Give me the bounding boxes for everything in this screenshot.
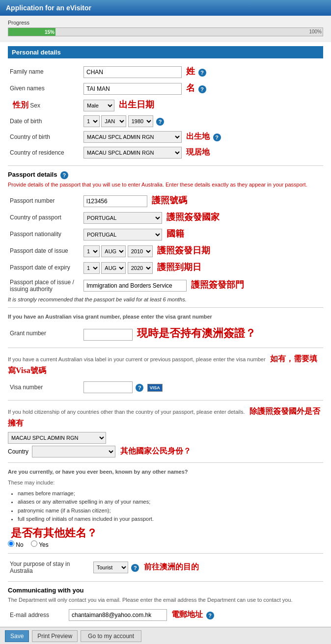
passport-number-cell: 護照號碼	[82, 192, 323, 209]
visa-number-label: Visa number	[8, 379, 82, 395]
country-birth-annotation: 出生地	[186, 132, 210, 140]
other-names-yes-label[interactable]: Yes	[31, 541, 49, 548]
personal-details-header: Personal details	[8, 46, 323, 58]
date-issue-day[interactable]: 1	[83, 245, 100, 257]
given-names-label: Given names	[8, 80, 82, 97]
passport-details-table: Passport number 護照號碼 Country of passport…	[8, 192, 323, 295]
other-names-no-radio[interactable]	[8, 540, 14, 547]
place-issue-cell: 護照簽發部門	[82, 276, 323, 295]
progress-100: 100%	[309, 29, 322, 34]
main-content: Personal details Family name 姓 ? Given n…	[0, 42, 331, 627]
citizenship-country2: Country 其他國家公民身份？	[8, 446, 323, 457]
country-residence-annotation: 現居地	[186, 148, 210, 156]
visa-number-row: Visa number ? VISA	[8, 379, 323, 395]
citizenship-country2-select[interactable]	[32, 446, 115, 457]
purpose-table: Your purpose of stay in Australia Touris…	[8, 559, 323, 576]
passport-nationality-cell: PORTUGAL 國籍	[82, 226, 323, 242]
passport-nationality-row: Passport nationality PORTUGAL 國籍	[8, 226, 323, 242]
dob-day-select[interactable]: 123	[83, 115, 100, 127]
visa-number-input[interactable]	[83, 381, 133, 393]
country-residence-row: Country of residence MACAU SPCL ADMIN RG…	[8, 145, 323, 161]
other-names-radio-group: 是否有其他姓名？ No Yes	[8, 526, 323, 548]
dob-row: Date of birth 123 JANFEBMAR 19801981 ?	[8, 113, 323, 129]
sex-select[interactable]: Male Female	[83, 100, 114, 111]
date-expiry-row: Passport date of expiry 1 AUG 2020 護照到期日	[8, 259, 323, 276]
place-issue-row: Passport place of issue / issuing author…	[8, 276, 323, 295]
purpose-row: Your purpose of stay in Australia Touris…	[8, 559, 323, 576]
passport-nationality-label: Passport nationality	[8, 226, 82, 242]
other-names-header-text: Are you currently, or have you ever been…	[8, 469, 188, 475]
place-issue-annotation: 護照簽發部門	[191, 280, 244, 290]
country-passport-cell: PORTUGAL 護照簽發國家	[82, 209, 323, 226]
title-bar: Application for an eVisitor	[0, 0, 331, 16]
given-names-help-icon[interactable]: ?	[198, 85, 206, 93]
family-name-cell: 姓 ?	[82, 63, 323, 80]
citizenship-country2-annotation: 其他國家公民身份？	[120, 447, 191, 455]
visa-help-icon[interactable]: ?	[136, 384, 143, 392]
purpose-annotation: 前往澳洲的目的	[144, 563, 199, 571]
divider-4	[8, 400, 323, 401]
passport-details-help-icon[interactable]: ?	[60, 171, 68, 179]
email-row: E-mail address 電郵地址 ?	[8, 607, 323, 623]
divider-6	[8, 553, 323, 554]
bullet1: names before marriage;	[18, 490, 323, 497]
other-names-yes-radio[interactable]	[31, 540, 37, 547]
divider-3	[8, 348, 323, 348]
date-issue-label: Passport date of issue	[8, 242, 82, 259]
country-birth-select[interactable]: MACAU SPCL ADMIN RGN	[83, 131, 182, 143]
citizenship-country1: MACAU SPCL ADMIN RGN	[8, 432, 323, 444]
country-residence-cell: MACAU SPCL ADMIN RGN 現居地	[82, 145, 323, 161]
dob-month-select[interactable]: JANFEBMAR	[101, 115, 126, 127]
print-preview-button[interactable]: Print Preview	[32, 630, 78, 642]
dob-help-icon[interactable]: ?	[156, 118, 164, 126]
given-names-cell: 名 ?	[82, 80, 323, 97]
citizenship-country1-select[interactable]: MACAU SPCL ADMIN RGN	[8, 432, 106, 444]
country-birth-cell: MACAU SPCL ADMIN RGN 出生地 ?	[82, 129, 323, 145]
divider-2	[8, 307, 323, 308]
family-name-help-icon[interactable]: ?	[198, 69, 206, 77]
other-names-list: names before marriage; aliases or any al…	[18, 490, 323, 523]
communicating-section: Communicating with you The Department wi…	[8, 587, 323, 623]
date-expiry-day[interactable]: 1	[83, 262, 100, 274]
family-name-label: Family name	[8, 63, 82, 80]
country-birth-help-icon[interactable]: ?	[213, 134, 221, 141]
email-cell: 電郵地址 ?	[67, 607, 323, 623]
place-issue-label: Passport place of issue / issuing author…	[8, 276, 82, 295]
date-issue-month[interactable]: AUG	[101, 245, 126, 257]
country-passport-select[interactable]: PORTUGAL	[83, 212, 162, 224]
date-expiry-label: Passport date of expiry	[8, 259, 82, 276]
country-residence-select[interactable]: MACAU SPCL ADMIN RGN	[83, 147, 182, 159]
email-help-icon[interactable]: ?	[206, 612, 214, 619]
save-button[interactable]: Save	[5, 630, 29, 642]
divider-1	[8, 165, 323, 166]
sex-row: 性別 Sex Male Female 出生日期	[8, 97, 323, 113]
grant-annotation: 現時是否持有澳洲簽證？	[137, 327, 256, 339]
family-name-input[interactable]	[83, 66, 182, 78]
date-issue-annotation: 護照簽發日期	[157, 245, 210, 255]
grant-number-input[interactable]	[83, 329, 133, 341]
visa-table: Visa number ? VISA	[8, 379, 323, 395]
date-issue-row: Passport date of issue 1 AUG 2010 護照簽發日期	[8, 242, 323, 259]
dob-label: Date of birth	[8, 113, 82, 129]
email-label: E-mail address	[8, 607, 67, 623]
place-issue-input[interactable]	[83, 280, 187, 292]
purpose-help-icon[interactable]: ?	[131, 564, 139, 572]
communicating-header: Communicating with you	[8, 587, 323, 594]
date-expiry-month[interactable]: AUG	[101, 262, 126, 274]
other-names-no-label[interactable]: No	[8, 541, 25, 548]
passport-number-input[interactable]	[83, 195, 147, 207]
go-to-account-button[interactable]: Go to my account	[81, 630, 141, 642]
purpose-select[interactable]: Tourist Business Student Other	[93, 562, 128, 573]
date-issue-year[interactable]: 2010	[128, 245, 153, 257]
country-passport-row: Country of passport PORTUGAL 護照簽發國家	[8, 209, 323, 226]
progress-label: Progress	[8, 20, 323, 26]
passport-nationality-select[interactable]: PORTUGAL	[83, 229, 162, 241]
given-names-input[interactable]	[83, 83, 182, 95]
divider-7	[8, 581, 323, 582]
email-input[interactable]	[69, 609, 167, 621]
country-residence-label: Country of residence	[8, 145, 82, 161]
date-expiry-year[interactable]: 2020	[128, 262, 153, 274]
purpose-label: Your purpose of stay in Australia	[8, 559, 91, 576]
citizenship-header-text: If you hold citizenship of any countries…	[8, 409, 245, 415]
dob-year-select[interactable]: 19801981	[128, 115, 153, 127]
